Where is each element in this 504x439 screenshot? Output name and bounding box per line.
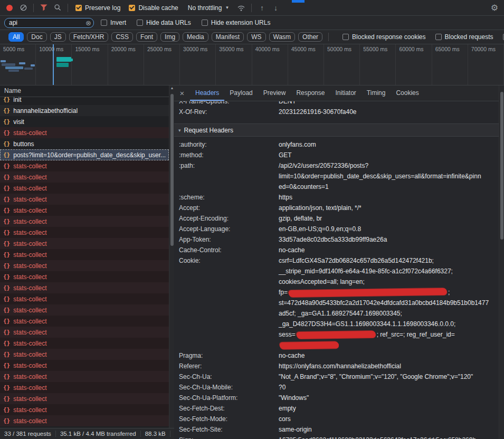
request-row[interactable]: {}stats-collect — [0, 238, 169, 249]
export-har-button[interactable]: ↓ — [269, 2, 282, 14]
type-chip-ws[interactable]: WS — [247, 32, 265, 42]
import-har-button[interactable]: ↑ — [255, 2, 268, 14]
hide-data-urls-checkbox[interactable]: Hide data URLs — [137, 19, 191, 26]
overview-activity-bar — [2, 63, 15, 66]
request-row[interactable]: {}stats-collect — [0, 127, 169, 138]
request-list-scrollbar[interactable]: ▲ — [169, 85, 174, 428]
request-row[interactable]: {}stats-collect — [0, 360, 169, 371]
overview-timeline[interactable]: 5000 ms10000 ms15000 ms20000 ms25000 ms3… — [0, 44, 504, 85]
record-button[interactable] — [3, 2, 16, 14]
tab-initiator[interactable]: Initiator — [330, 85, 361, 101]
braces-icon: {} — [3, 318, 10, 325]
type-chip-js[interactable]: JS — [50, 32, 66, 42]
request-row[interactable]: {}stats-collect — [0, 183, 169, 194]
header-name: X-Of-Rev: — [174, 107, 279, 117]
request-row[interactable]: {}stats-collect — [0, 227, 169, 238]
type-chip-font[interactable]: Font — [136, 32, 157, 42]
request-row[interactable]: {}stats-collect — [0, 382, 169, 393]
header-value-line: /api2/v2/users/20572336/posts? — [279, 160, 492, 171]
header-value: en-GB,en-US;q=0.9,en;q=0.8 — [279, 224, 499, 234]
type-chip-fetch-xhr[interactable]: Fetch/XHR — [69, 32, 109, 42]
type-chip-css[interactable]: CSS — [111, 32, 133, 42]
activity-indicator — [292, 0, 305, 3]
filter-input[interactable] — [4, 18, 94, 28]
braces-icon: {} — [3, 329, 10, 336]
scrollbar-thumb[interactable] — [170, 94, 174, 246]
filter-toggle-button[interactable] — [37, 2, 50, 14]
request-name: stats-collect — [13, 340, 46, 347]
tab-response[interactable]: Response — [291, 85, 330, 101]
request-row[interactable]: {}stats-collect — [0, 304, 169, 316]
request-row[interactable]: {}stats-collect — [0, 171, 169, 183]
tab-headers[interactable]: Headers — [190, 85, 224, 101]
request-row[interactable]: {}stats-collect — [0, 349, 169, 360]
header-name: :authority: — [174, 139, 279, 150]
toolbar-divider — [33, 4, 34, 12]
preserve-log-checkbox[interactable]: Preserve log — [75, 4, 120, 12]
request-row[interactable]: {}stats-collect — [0, 415, 169, 426]
type-chip-doc[interactable]: Doc — [27, 32, 46, 42]
filter-option-checkbox[interactable]: Blocked response cookies — [343, 33, 425, 41]
overview-activity-bar — [70, 59, 73, 61]
request-row[interactable]: {}stats-collect — [0, 205, 169, 216]
scrollbar-thumb[interactable] — [500, 92, 503, 240]
clear-button[interactable] — [17, 2, 30, 14]
header-name: Sign: — [174, 435, 279, 439]
disable-cache-checkbox[interactable]: Disable cache — [129, 4, 178, 12]
header-row: :path:/api2/v2/users/20572336/posts?limi… — [174, 160, 499, 192]
braces-icon: {} — [3, 196, 10, 203]
request-row[interactable]: {}stats-collect — [0, 260, 169, 271]
header-value-line: limit=10&order=publish_date_desc&skip_us… — [279, 171, 492, 182]
request-row[interactable]: {}stats-collect — [0, 393, 169, 404]
request-row[interactable]: {}visit — [0, 116, 169, 127]
type-chip-other[interactable]: Other — [298, 32, 322, 42]
type-chip-all[interactable]: All — [8, 32, 24, 42]
request-row[interactable]: {}stats-collect — [0, 316, 169, 327]
throttling-select[interactable]: No throttling ▼ — [188, 4, 230, 12]
request-row[interactable]: {}stats-collect — [0, 194, 169, 205]
type-chip-manifest[interactable]: Manifest — [212, 32, 244, 42]
response-headers-clipped: X-Frame-Options:DENYX-Of-Rev:20231226191… — [174, 101, 499, 123]
tab-cookies[interactable]: Cookies — [391, 85, 424, 101]
request-row[interactable]: {}hannahelizabethofficial — [0, 105, 169, 116]
settings-button[interactable]: ⚙ — [488, 2, 501, 14]
checkbox-checked-icon — [129, 5, 135, 11]
tab-payload[interactable]: Payload — [224, 85, 258, 101]
request-row[interactable]: {}stats-collect — [0, 249, 169, 260]
header-row: Accept-Language:en-GB,en-US;q=0.9,en;q=0… — [174, 224, 499, 234]
search-button[interactable] — [51, 2, 64, 14]
header-value: same-origin — [279, 424, 499, 435]
hide-extension-urls-checkbox[interactable]: Hide extension URLs — [202, 19, 271, 26]
request-headers-section-header[interactable]: ▾ Request Headers — [174, 123, 499, 137]
request-row[interactable]: {}stats-collect — [0, 371, 169, 382]
type-chip-img[interactable]: Img — [160, 32, 179, 42]
request-row[interactable]: {}stats-collect — [0, 282, 169, 293]
header-row: :scheme:https — [174, 192, 499, 203]
invert-checkbox[interactable]: Invert — [101, 19, 126, 26]
request-row[interactable]: {}stats-collect — [0, 216, 169, 227]
request-row[interactable]: {}posts?limit=10&order=publish_date_desc… — [0, 149, 169, 160]
type-chip-wasm[interactable]: Wasm — [269, 32, 296, 42]
request-row[interactable]: {}stats-collect — [0, 338, 169, 349]
request-row[interactable]: {}stats-collect — [0, 404, 169, 415]
scroll-up-icon[interactable]: ▲ — [169, 86, 175, 90]
request-row[interactable]: {}stats-collect — [0, 327, 169, 338]
close-details-button[interactable]: × — [174, 85, 190, 101]
header-row: Sec-Fetch-Dest:empty — [174, 403, 499, 414]
details-scrollbar[interactable] — [499, 85, 504, 439]
braces-icon: {} — [3, 151, 10, 158]
request-row[interactable]: {}stats-collect — [0, 160, 169, 171]
name-column-header[interactable]: Name — [0, 85, 169, 97]
tab-timing[interactable]: Timing — [362, 85, 391, 101]
header-value: https — [279, 192, 499, 203]
tab-preview[interactable]: Preview — [258, 85, 291, 101]
network-conditions-button[interactable] — [235, 2, 248, 14]
request-row[interactable]: {}stats-collect — [0, 293, 169, 304]
request-row[interactable]: {}stats-collect — [0, 271, 169, 282]
filter-option-checkbox[interactable]: Blocked requests — [435, 33, 493, 41]
request-row[interactable]: {}buttons — [0, 138, 169, 149]
clear-filter-icon[interactable]: ⊗ — [85, 19, 91, 27]
overview-activity-bar — [5, 66, 23, 69]
type-chip-media[interactable]: Media — [183, 32, 208, 42]
request-row[interactable]: {}init — [0, 97, 169, 105]
